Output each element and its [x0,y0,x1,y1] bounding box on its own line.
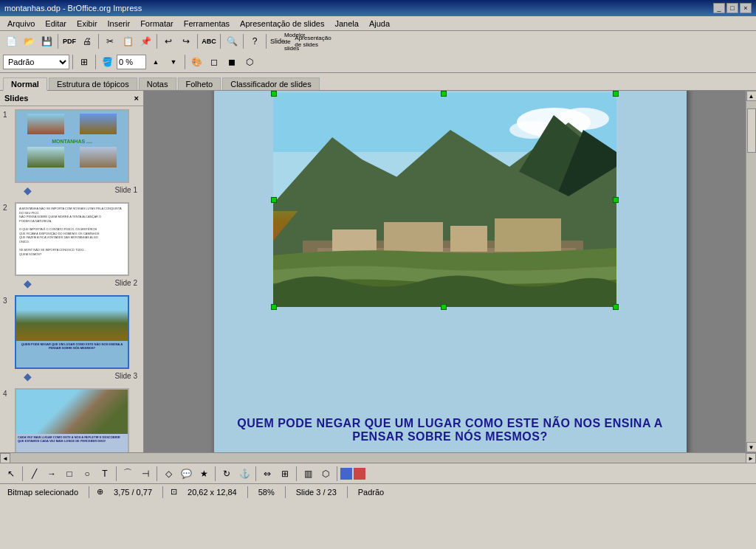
slide-item-3[interactable]: 3 QUEM PODE NEGAR QUE UM LUGAR COMO ESTE… [3,295,140,382]
position-icon: ⊕ [97,487,103,497]
draw-connector-btn[interactable]: ⊣ [137,466,154,482]
menu-ferramentas[interactable]: Ferramentas [179,18,234,29]
draw-arrow-btn[interactable]: → [44,466,60,482]
handle-br[interactable] [613,304,619,310]
slide-canvas[interactable]: QUEM PODE NEGAR QUE UM LUGAR COMO ESTE N… [214,91,687,452]
color-bucket-btn[interactable]: 🎨 [188,54,205,70]
new-button[interactable]: 📄 [3,33,19,49]
slide-text: QUEM PODE NEGAR QUE UM LUGAR COMO ESTE N… [229,417,672,443]
draw-align-btn[interactable]: ⊞ [277,466,293,482]
menu-formatar[interactable]: Formatar [136,18,178,29]
menu-inserir[interactable]: Inserir [103,18,135,29]
tb-btn-misc2[interactable]: 🪣 [99,54,115,70]
cut-button[interactable]: ✂ [102,33,118,49]
draw-3d-btn[interactable]: ⬡ [317,466,334,482]
tab-folheto[interactable]: Folheto [178,77,221,90]
draw-shadow-btn[interactable]: ▥ [300,466,316,482]
draw-ellipse-btn[interactable]: ○ [79,466,95,482]
menu-apresentacao[interactable]: Apresentação de slides [236,18,329,29]
draw-sep6 [296,466,297,481]
minimize-button[interactable]: _ [713,3,725,13]
undo-button[interactable]: ↩ [160,33,176,49]
redo-button[interactable]: ↪ [178,33,194,49]
spellcheck-button[interactable]: ABC [201,33,217,49]
pdf-button[interactable]: PDF [61,33,78,49]
slide-thumb-4[interactable]: CADA VEZ MAIS LUGAR COMO ESTE A NOS A RE… [15,388,129,452]
scroll-up-button[interactable]: ▲ [746,91,757,101]
slide-item-4[interactable]: 4 CADA VEZ MAIS LUGAR COMO ESTE A NOS A … [3,388,140,452]
slide1-label: Slide 1 [114,186,140,194]
slide-thumb-wrap-3: QUEM PODE NEGAR QUE UM LUGAR COMO ESTE N… [15,295,140,382]
slides-close-icon[interactable]: × [134,94,139,103]
scroll-right-button[interactable]: ► [746,453,756,463]
slide-thumb-1[interactable]: MONTANHAS .... [15,109,129,183]
slides-list: 1 MONTANHAS .... ◆ [0,106,143,452]
status-layout: Padrão [355,488,387,497]
scroll-down-button[interactable]: ▼ [746,442,757,452]
maximize-button[interactable]: □ [726,3,738,13]
close-button[interactable]: × [740,3,752,13]
help-button[interactable]: ? [247,33,263,49]
handle-ml[interactable] [271,197,277,203]
slide-item-1[interactable]: 1 MONTANHAS .... ◆ [3,109,140,196]
h-scroll-track[interactable] [10,453,746,463]
draw-text-btn[interactable]: T [97,466,113,482]
open-button[interactable]: 📂 [21,33,37,49]
tab-estrutura[interactable]: Estrutura de tópicos [49,77,137,90]
tab-classificador[interactable]: Classificador de slides [222,77,319,90]
handle-mr[interactable] [613,197,619,203]
menu-exibir[interactable]: Exibir [72,18,102,29]
draw-shapes-btn[interactable]: ◇ [160,466,176,482]
main-image[interactable] [273,93,616,307]
paste-button[interactable]: 📌 [137,33,154,49]
misc-btn4[interactable]: ⬡ [241,54,258,70]
menu-arquivo[interactable]: Arquivo [3,18,39,29]
draw-rect-btn[interactable]: □ [61,466,78,482]
copy-button[interactable]: 📋 [120,33,136,49]
zoom-down-button[interactable]: ▼ [165,54,182,70]
draw-color1-btn[interactable] [340,468,352,480]
zoom-input[interactable] [117,55,146,69]
draw-select-btn[interactable]: ↖ [3,466,19,482]
draw-callout-btn[interactable]: 💬 [178,466,194,482]
tab-normal[interactable]: Normal [3,77,47,91]
print-button[interactable]: 🖨 [79,33,95,49]
style-select[interactable]: Padrão [3,55,69,69]
draw-flip-btn[interactable]: ⇔ [259,466,275,482]
draw-rotate-btn[interactable]: ↻ [219,466,235,482]
slide-thumb-2[interactable]: A MONTANHA NÃO SE IMPORTA COM NOSSAS LUT… [15,202,129,276]
handle-tm[interactable] [441,91,447,97]
zoom-up-button[interactable]: ▲ [148,54,164,70]
toolbar-row-2: Padrão ⊞ 🪣 ▲ ▼ 🎨 ◻ ◼ ⬡ [0,52,756,72]
draw-color2-btn[interactable] [354,468,365,480]
misc-btn2[interactable]: ◻ [206,54,222,70]
handle-bm[interactable] [441,304,447,310]
slide-btn[interactable]: Slide [269,33,286,49]
separator-3 [157,34,157,49]
present-btn[interactable]: Apresentação de slides [305,33,321,49]
draw-line-btn[interactable]: ╱ [26,466,42,482]
draw-curve-btn[interactable]: ⌒ [120,466,136,482]
save-button[interactable]: 💾 [38,33,55,49]
draw-anchor-btn[interactable]: ⚓ [236,466,252,482]
scroll-left-button[interactable]: ◄ [0,453,10,463]
separator-8 [72,55,73,69]
tb-btn-misc1[interactable]: ⊞ [76,54,92,70]
slide-thumb-3[interactable]: QUEM PODE NEGAR QUE UM LUGAR COMO ESTE N… [15,295,129,369]
app-title: montanhas.odp - BrOffice.org Impress [4,4,142,13]
draw-star-btn[interactable]: ★ [196,466,212,482]
scroll-thumb-right[interactable] [747,108,756,153]
handle-bl[interactable] [271,304,277,310]
view-tabs-row: Normal Estrutura de tópicos Notas Folhet… [0,73,756,91]
misc-btn3[interactable]: ◼ [224,54,240,70]
find-button[interactable]: 🔍 [224,33,240,49]
menu-ajuda[interactable]: Ajuda [365,18,394,29]
menu-editar[interactable]: Editar [41,18,71,29]
handle-tr[interactable] [613,91,619,97]
tab-notas[interactable]: Notas [139,77,176,90]
slide-item-2[interactable]: 2 A MONTANHA NÃO SE IMPORTA COM NOSSAS L… [3,202,140,289]
scroll-track-right[interactable] [746,101,757,442]
svg-rect-15 [495,218,561,252]
menu-janela[interactable]: Janela [330,18,362,29]
handle-tl[interactable] [271,91,277,97]
